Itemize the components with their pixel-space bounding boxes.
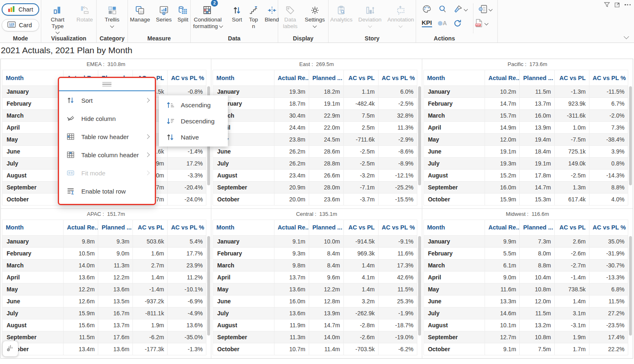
variance-pct-cell[interactable]: -20.4% — [168, 182, 206, 194]
month-cell[interactable]: May — [2, 283, 64, 295]
chevron-down-icon[interactable] — [56, 30, 60, 34]
month-cell[interactable]: April — [423, 271, 485, 283]
planned-cell[interactable]: 13.2m — [520, 319, 554, 331]
variance-pct-cell[interactable]: -25.2% — [378, 182, 417, 194]
variance-cell[interactable]: -2.6m — [554, 247, 589, 259]
column-header[interactable]: AC vs PL % — [378, 70, 417, 86]
month-cell[interactable]: October — [423, 194, 485, 206]
actual-cell[interactable]: 13.3m — [485, 295, 520, 307]
actual-cell[interactable]: 12.2m — [64, 283, 98, 295]
variance-pct-cell[interactable]: -9.1% — [378, 235, 417, 247]
planned-cell[interactable]: 13.6m — [98, 283, 133, 295]
submenu-item-ascending[interactable]: Ascending — [159, 97, 228, 113]
variance-pct-cell[interactable]: -1.3% — [168, 343, 206, 355]
variance-cell[interactable]: -2.8m — [343, 319, 378, 331]
planned-cell[interactable]: 19.1m — [520, 158, 554, 170]
month-cell[interactable]: August — [213, 170, 274, 182]
column-header[interactable]: Month — [2, 70, 64, 86]
table-row[interactable]: May12.2m13.6m-1.4m-10.1% — [2, 283, 206, 295]
month-cell[interactable]: September — [213, 182, 274, 194]
scrollbar-thumb[interactable] — [418, 86, 421, 185]
variance-cell[interactable]: -2.5m — [554, 170, 589, 182]
table-row[interactable]: May11.6m10.8m738.5k6.8% — [423, 283, 628, 295]
table-row[interactable]: October15.9m15.3m617.4k4.0% — [423, 194, 628, 206]
actual-cell[interactable]: 10.1m — [485, 319, 520, 331]
variance-cell[interactable]: -2.6m — [343, 331, 378, 343]
column-header[interactable]: Month — [2, 220, 64, 235]
table-row[interactable]: April24.4m22.0m2.5m11.3% — [213, 122, 417, 134]
planned-cell[interactable]: 18.2m — [309, 86, 343, 98]
month-cell[interactable]: January — [2, 235, 64, 247]
planned-cell[interactable]: 12.8m — [309, 295, 343, 307]
column-header[interactable]: Actual Re... — [485, 70, 520, 86]
table-row[interactable]: May12.0m19.4m-7.5m-38.4% — [423, 134, 628, 146]
table-row[interactable]: January10.2m11.5m-1.3m-11.5% — [423, 86, 628, 98]
planned-cell[interactable]: 13.7m — [520, 98, 554, 110]
more-options-icon[interactable] — [624, 4, 632, 5]
split-button[interactable]: Split — [177, 2, 188, 23]
column-header[interactable]: AC vs PL % — [168, 220, 206, 235]
variance-cell[interactable]: -7.5m — [554, 134, 589, 146]
actual-cell[interactable]: 15.2m — [485, 170, 520, 182]
month-cell[interactable]: July — [2, 307, 64, 319]
planned-cell[interactable]: 26.6m — [309, 170, 343, 182]
variance-cell[interactable]: 1.0m — [554, 122, 589, 134]
month-cell[interactable]: March — [423, 259, 485, 271]
variance-pct-cell[interactable]: 6.0% — [378, 86, 417, 98]
month-cell[interactable]: October — [2, 194, 64, 206]
variance-cell[interactable]: 3.1m — [554, 307, 589, 319]
actual-cell[interactable]: 9.9m — [485, 235, 520, 247]
variance-cell[interactable]: -2.5m — [343, 146, 378, 158]
table-row[interactable]: July14.6m11.5m3.1m27.2% — [423, 307, 628, 319]
variance-cell[interactable]: 149.0k — [554, 158, 589, 170]
actual-cell[interactable]: 9.1m — [274, 235, 309, 247]
chevron-down-icon[interactable] — [313, 24, 317, 28]
actual-cell[interactable]: 26.2m — [274, 146, 309, 158]
variance-pct-cell[interactable]: -23.5% — [589, 319, 628, 331]
variance-pct-cell[interactable]: -8.9% — [378, 158, 417, 170]
variance-pct-cell[interactable]: 17.2% — [168, 158, 206, 170]
variance-pct-cell[interactable]: 22.2% — [589, 343, 628, 355]
table-row[interactable]: August15.6m13.7m1.9m13.6% — [2, 319, 206, 331]
planned-cell[interactable]: 14.0m — [309, 331, 343, 343]
column-header[interactable]: Planned ... — [520, 220, 554, 235]
planned-cell[interactable]: 13.7m — [98, 319, 133, 331]
column-header[interactable]: AC vs PL — [133, 220, 168, 235]
actual-cell[interactable]: 19.3m — [274, 86, 309, 98]
variance-cell[interactable]: 1.9m — [133, 319, 168, 331]
planned-cell[interactable]: 18.4m — [520, 146, 554, 158]
column-header[interactable]: AC vs PL — [554, 70, 589, 86]
month-cell[interactable]: April — [213, 271, 274, 283]
variance-pct-cell[interactable]: -14.3% — [589, 170, 628, 182]
table-row[interactable]: February5.5m8.0m-2.6m-31.9% — [423, 247, 628, 259]
variance-pct-cell[interactable]: -13.3% — [589, 271, 628, 283]
month-cell[interactable]: June — [213, 295, 274, 307]
column-header[interactable]: AC vs PL % — [168, 70, 206, 86]
variance-cell[interactable]: 969.3k — [343, 247, 378, 259]
variance-cell[interactable]: -937.2k — [133, 295, 168, 307]
variance-cell[interactable]: 2.6m — [554, 235, 589, 247]
planned-cell[interactable]: 15.3m — [520, 194, 554, 206]
blend-button[interactable]: Blend — [265, 2, 279, 23]
variance-pct-cell[interactable]: -1.9% — [378, 307, 417, 319]
table-row[interactable]: August10.1m13.2m-3.1m-23.5% — [423, 319, 628, 331]
actual-cell[interactable]: 20.9m — [274, 182, 309, 194]
planned-cell[interactable]: 11.5m — [520, 307, 554, 319]
planned-cell[interactable]: 9.0m — [98, 247, 133, 259]
table-row[interactable]: July13.6m13.9m-262.9k-1.9% — [213, 307, 417, 319]
month-cell[interactable]: July — [423, 307, 485, 319]
variance-cell[interactable]: -6.2m — [133, 331, 168, 343]
variance-cell[interactable]: -711.6k — [343, 134, 378, 146]
actual-cell[interactable]: 24.4m — [274, 122, 309, 134]
actual-cell[interactable]: 13.6m — [274, 283, 309, 295]
table-row[interactable]: March9.8m8.4m1.4m17.3% — [213, 259, 417, 271]
column-header[interactable]: AC vs PL % — [589, 220, 628, 235]
month-cell[interactable]: October — [213, 343, 274, 355]
month-cell[interactable]: January — [423, 86, 485, 98]
table-row[interactable]: October20.0m23.6m-3.7m-15.5% — [213, 194, 417, 206]
actual-cell[interactable]: 14.7m — [485, 98, 520, 110]
planned-cell[interactable]: 10.8m — [520, 331, 554, 343]
planned-cell[interactable]: 9.3m — [98, 235, 133, 247]
chart-visibility-toggle-button[interactable] — [2, 341, 18, 357]
table-row[interactable]: August23.4m26.6m-3.2m-12.1% — [213, 170, 417, 182]
